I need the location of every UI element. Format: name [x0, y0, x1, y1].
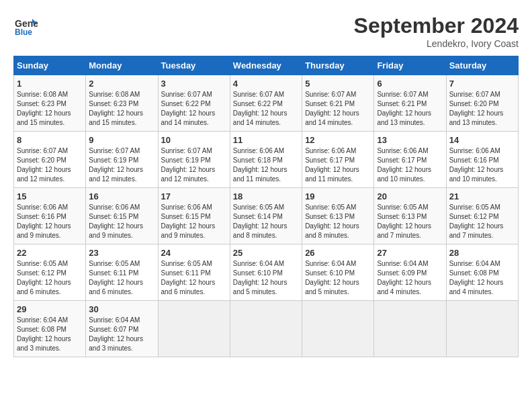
calendar-cell: 23Sunrise: 6:05 AM Sunset: 6:11 PM Dayli… — [86, 244, 158, 301]
calendar-cell: 19Sunrise: 6:05 AM Sunset: 6:13 PM Dayli… — [302, 188, 374, 244]
day-number: 24 — [161, 248, 227, 258]
calendar-cell: 10Sunrise: 6:07 AM Sunset: 6:19 PM Dayli… — [158, 132, 230, 188]
day-info: Sunrise: 6:05 AM Sunset: 6:13 PM Dayligh… — [377, 203, 443, 240]
day-info: Sunrise: 6:04 AM Sunset: 6:08 PM Dayligh… — [449, 259, 515, 297]
calendar-cell: 17Sunrise: 6:06 AM Sunset: 6:15 PM Dayli… — [158, 188, 230, 244]
calendar-cell: 25Sunrise: 6:04 AM Sunset: 6:10 PM Dayli… — [230, 244, 302, 301]
day-number: 15 — [17, 191, 83, 201]
weekday-header-row: SundayMondayTuesdayWednesdayThursdayFrid… — [14, 56, 519, 75]
day-number: 8 — [17, 135, 83, 145]
day-number: 9 — [89, 135, 154, 145]
calendar-cell — [230, 301, 302, 357]
day-number: 12 — [305, 135, 371, 145]
day-number: 16 — [89, 191, 154, 201]
calendar-cell: 15Sunrise: 6:06 AM Sunset: 6:16 PM Dayli… — [14, 188, 86, 244]
weekday-header-monday: Monday — [86, 56, 158, 75]
svg-text:Blue: Blue — [15, 28, 32, 37]
day-number: 17 — [161, 191, 227, 201]
day-number: 28 — [449, 248, 515, 258]
calendar-cell: 24Sunrise: 6:05 AM Sunset: 6:11 PM Dayli… — [158, 244, 230, 301]
calendar-cell: 7Sunrise: 6:07 AM Sunset: 6:20 PM Daylig… — [446, 75, 518, 132]
calendar-cell: 2Sunrise: 6:08 AM Sunset: 6:23 PM Daylig… — [86, 75, 158, 132]
day-info: Sunrise: 6:07 AM Sunset: 6:21 PM Dayligh… — [305, 90, 371, 128]
day-info: Sunrise: 6:05 AM Sunset: 6:12 PM Dayligh… — [449, 203, 515, 240]
page-header: General Blue September 2024 Lendekro, Iv… — [13, 13, 519, 49]
calendar-cell: 1Sunrise: 6:08 AM Sunset: 6:23 PM Daylig… — [14, 75, 86, 132]
calendar-cell: 6Sunrise: 6:07 AM Sunset: 6:21 PM Daylig… — [374, 75, 446, 132]
day-number: 19 — [305, 191, 371, 201]
calendar-cell — [158, 301, 230, 357]
logo-icon: General Blue — [13, 13, 38, 38]
calendar-week-5: 29Sunrise: 6:04 AM Sunset: 6:08 PM Dayli… — [14, 301, 519, 357]
day-number: 22 — [17, 248, 83, 258]
day-info: Sunrise: 6:05 AM Sunset: 6:11 PM Dayligh… — [89, 259, 154, 297]
calendar-cell — [374, 301, 446, 357]
location-subtitle: Lendekro, Ivory Coast — [354, 38, 519, 49]
calendar-cell: 27Sunrise: 6:04 AM Sunset: 6:09 PM Dayli… — [374, 244, 446, 301]
calendar-cell: 18Sunrise: 6:05 AM Sunset: 6:14 PM Dayli… — [230, 188, 302, 244]
day-info: Sunrise: 6:04 AM Sunset: 6:10 PM Dayligh… — [233, 259, 299, 297]
day-number: 23 — [89, 248, 154, 258]
day-info: Sunrise: 6:04 AM Sunset: 6:08 PM Dayligh… — [17, 316, 83, 353]
day-info: Sunrise: 6:04 AM Sunset: 6:07 PM Dayligh… — [89, 316, 154, 353]
calendar-cell: 11Sunrise: 6:06 AM Sunset: 6:18 PM Dayli… — [230, 132, 302, 188]
day-number: 2 — [89, 79, 154, 89]
weekday-header-thursday: Thursday — [302, 56, 374, 75]
calendar-cell: 4Sunrise: 6:07 AM Sunset: 6:22 PM Daylig… — [230, 75, 302, 132]
calendar-week-3: 15Sunrise: 6:06 AM Sunset: 6:16 PM Dayli… — [14, 188, 519, 244]
weekday-header-friday: Friday — [374, 56, 446, 75]
day-info: Sunrise: 6:07 AM Sunset: 6:20 PM Dayligh… — [17, 146, 83, 184]
calendar-cell: 29Sunrise: 6:04 AM Sunset: 6:08 PM Dayli… — [14, 301, 86, 357]
day-number: 20 — [377, 191, 443, 201]
day-info: Sunrise: 6:04 AM Sunset: 6:10 PM Dayligh… — [305, 259, 371, 297]
day-number: 3 — [161, 79, 227, 89]
day-info: Sunrise: 6:06 AM Sunset: 6:15 PM Dayligh… — [161, 203, 227, 240]
day-info: Sunrise: 6:05 AM Sunset: 6:11 PM Dayligh… — [161, 259, 227, 297]
calendar-cell — [446, 301, 518, 357]
calendar-cell: 3Sunrise: 6:07 AM Sunset: 6:22 PM Daylig… — [158, 75, 230, 132]
calendar-body: 1Sunrise: 6:08 AM Sunset: 6:23 PM Daylig… — [14, 75, 519, 357]
weekday-header-tuesday: Tuesday — [158, 56, 230, 75]
day-number: 5 — [305, 79, 371, 89]
calendar-cell: 28Sunrise: 6:04 AM Sunset: 6:08 PM Dayli… — [446, 244, 518, 301]
day-number: 21 — [449, 191, 515, 201]
title-block: September 2024 Lendekro, Ivory Coast — [354, 13, 519, 49]
day-info: Sunrise: 6:07 AM Sunset: 6:20 PM Dayligh… — [449, 90, 515, 128]
calendar-week-4: 22Sunrise: 6:05 AM Sunset: 6:12 PM Dayli… — [14, 244, 519, 301]
weekday-header-wednesday: Wednesday — [230, 56, 302, 75]
calendar-cell: 9Sunrise: 6:07 AM Sunset: 6:19 PM Daylig… — [86, 132, 158, 188]
day-info: Sunrise: 6:07 AM Sunset: 6:22 PM Dayligh… — [233, 90, 299, 128]
day-info: Sunrise: 6:07 AM Sunset: 6:21 PM Dayligh… — [377, 90, 443, 128]
day-info: Sunrise: 6:06 AM Sunset: 6:16 PM Dayligh… — [449, 146, 515, 184]
calendar-cell: 8Sunrise: 6:07 AM Sunset: 6:20 PM Daylig… — [14, 132, 86, 188]
day-info: Sunrise: 6:06 AM Sunset: 6:16 PM Dayligh… — [17, 203, 83, 240]
day-info: Sunrise: 6:06 AM Sunset: 6:18 PM Dayligh… — [233, 146, 299, 184]
day-number: 18 — [233, 191, 299, 201]
day-number: 29 — [17, 304, 83, 314]
day-number: 30 — [89, 304, 154, 314]
day-number: 27 — [377, 248, 443, 258]
day-number: 4 — [233, 79, 299, 89]
day-info: Sunrise: 6:07 AM Sunset: 6:19 PM Dayligh… — [89, 146, 154, 184]
day-info: Sunrise: 6:06 AM Sunset: 6:17 PM Dayligh… — [377, 146, 443, 184]
day-info: Sunrise: 6:06 AM Sunset: 6:15 PM Dayligh… — [89, 203, 154, 240]
calendar-cell: 13Sunrise: 6:06 AM Sunset: 6:17 PM Dayli… — [374, 132, 446, 188]
calendar-cell — [302, 301, 374, 357]
calendar-cell: 22Sunrise: 6:05 AM Sunset: 6:12 PM Dayli… — [14, 244, 86, 301]
calendar-cell: 30Sunrise: 6:04 AM Sunset: 6:07 PM Dayli… — [86, 301, 158, 357]
calendar-week-2: 8Sunrise: 6:07 AM Sunset: 6:20 PM Daylig… — [14, 132, 519, 188]
month-title: September 2024 — [354, 13, 519, 38]
calendar-cell: 20Sunrise: 6:05 AM Sunset: 6:13 PM Dayli… — [374, 188, 446, 244]
calendar-cell: 21Sunrise: 6:05 AM Sunset: 6:12 PM Dayli… — [446, 188, 518, 244]
day-number: 25 — [233, 248, 299, 258]
day-number: 10 — [161, 135, 227, 145]
calendar-table: SundayMondayTuesdayWednesdayThursdayFrid… — [13, 56, 519, 357]
day-number: 7 — [449, 79, 515, 89]
day-number: 26 — [305, 248, 371, 258]
day-info: Sunrise: 6:05 AM Sunset: 6:13 PM Dayligh… — [305, 203, 371, 240]
day-number: 14 — [449, 135, 515, 145]
day-number: 1 — [17, 79, 83, 89]
day-info: Sunrise: 6:08 AM Sunset: 6:23 PM Dayligh… — [17, 90, 83, 128]
day-info: Sunrise: 6:06 AM Sunset: 6:17 PM Dayligh… — [305, 146, 371, 184]
day-info: Sunrise: 6:04 AM Sunset: 6:09 PM Dayligh… — [377, 259, 443, 297]
